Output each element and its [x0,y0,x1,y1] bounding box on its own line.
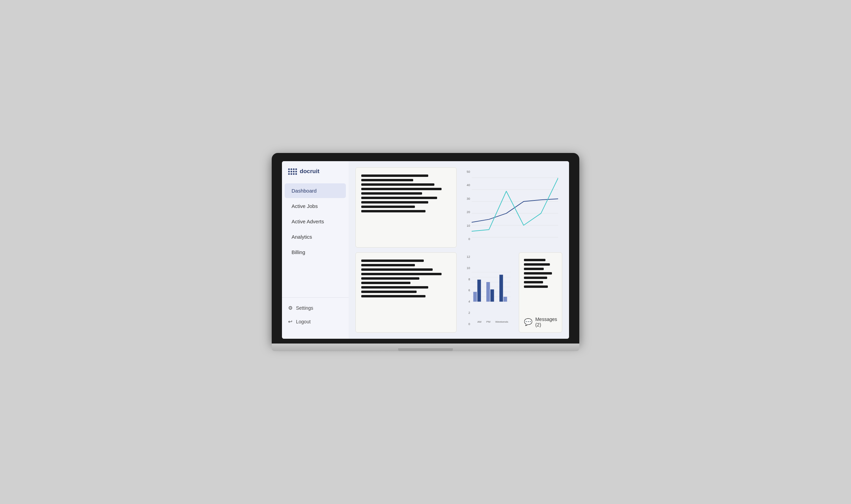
bottom-right-section: 12 10 8 6 4 2 0 [461,252,563,333]
text-lines-top-left [361,173,451,212]
sidebar-bottom: ⚙ Settings ↩ Logout [282,297,349,332]
screen-bezel: docruit Dashboard Active Jobs Active Adv… [272,153,579,344]
nav-menu: Dashboard Active Jobs Active Adverts Ana… [282,183,349,294]
text-line [361,206,415,208]
bar-wk-1 [499,275,503,302]
sidebar-item-billing[interactable]: Billing [285,245,346,260]
bar-y-label-0: 0 [463,322,470,326]
x-axis: AM PM Weekends [472,320,511,323]
logo-icon [288,168,297,175]
logo-area: docruit [282,168,349,183]
text-line [524,285,548,288]
sidebar-item-dashboard[interactable]: Dashboard [285,183,346,198]
laptop-screen: docruit Dashboard Active Jobs Active Adv… [282,161,569,339]
text-line [361,286,428,289]
logout-label: Logout [296,319,311,324]
bar-am-2 [477,280,481,302]
text-line [524,263,550,266]
text-line [361,192,422,195]
bar-y-axis: 12 10 8 6 4 2 0 [463,255,470,326]
text-line [361,264,415,266]
text-lines-bottom-left [361,258,451,297]
y-label-50: 50 [463,170,470,173]
x-label-am: AM [477,320,482,323]
bar-y-label-4: 4 [463,300,470,303]
text-line [361,282,410,284]
logout-item[interactable]: ↩ Logout [282,315,349,328]
text-line [524,277,547,279]
bar-chart-svg [472,256,511,318]
text-line [361,210,426,212]
settings-item[interactable]: ⚙ Settings [282,301,349,315]
text-line [361,183,434,186]
text-line [524,268,544,270]
bar-chart-panel: 12 10 8 6 4 2 0 [461,252,514,333]
bar-pm-1 [486,282,490,302]
text-lines-message [524,257,557,288]
app-name: docruit [300,168,320,175]
bar-y-label-6: 6 [463,289,470,292]
sidebar: docruit Dashboard Active Jobs Active Adv… [282,161,349,339]
text-line [361,188,442,190]
text-line [361,295,426,297]
top-left-panel [355,167,457,248]
text-line [361,277,419,280]
text-line [524,259,545,261]
bar-y-label-12: 12 [463,255,470,258]
y-label-10: 10 [463,224,470,227]
bottom-left-panel [355,252,457,333]
y-label-30: 30 [463,197,470,200]
bar-y-label-2: 2 [463,311,470,314]
text-line [524,281,543,283]
bar-wk-2 [503,297,507,302]
y-label-0: 0 [463,237,470,241]
text-line [361,273,442,275]
message-panel: 💬 Messages (2) [519,252,562,333]
sidebar-item-analytics[interactable]: Analytics [285,229,346,244]
text-line [361,268,433,271]
line-chart-panel: 50 40 30 20 10 0 [461,167,563,248]
bar-am-1 [473,292,477,302]
text-line [361,174,428,177]
main-content: 50 40 30 20 10 0 [349,161,569,339]
logout-icon: ↩ [288,319,293,325]
message-icon: 💬 [524,318,532,326]
laptop-base [272,344,579,351]
bar-y-label-10: 10 [463,266,470,270]
x-label-pm: PM [486,320,490,323]
y-label-40: 40 [463,183,470,187]
text-line [361,179,413,181]
text-line [524,272,552,275]
line-chart-svg [472,171,558,244]
bar-pm-2 [490,290,494,302]
text-line [361,201,428,204]
bar-y-label-8: 8 [463,278,470,281]
laptop-container: docruit Dashboard Active Jobs Active Adv… [272,153,579,351]
text-line [361,260,424,262]
settings-label: Settings [296,305,313,311]
x-label-weekends: Weekends [495,320,508,323]
text-line [361,197,437,199]
gear-icon: ⚙ [288,305,293,311]
text-line [361,291,417,293]
sidebar-item-active-adverts[interactable]: Active Adverts [285,214,346,229]
sidebar-item-active-jobs[interactable]: Active Jobs [285,199,346,213]
message-label[interactable]: Messages (2) [535,317,557,327]
y-axis: 50 40 30 20 10 0 [463,170,470,241]
message-footer: 💬 Messages (2) [524,314,557,327]
y-label-20: 20 [463,210,470,214]
